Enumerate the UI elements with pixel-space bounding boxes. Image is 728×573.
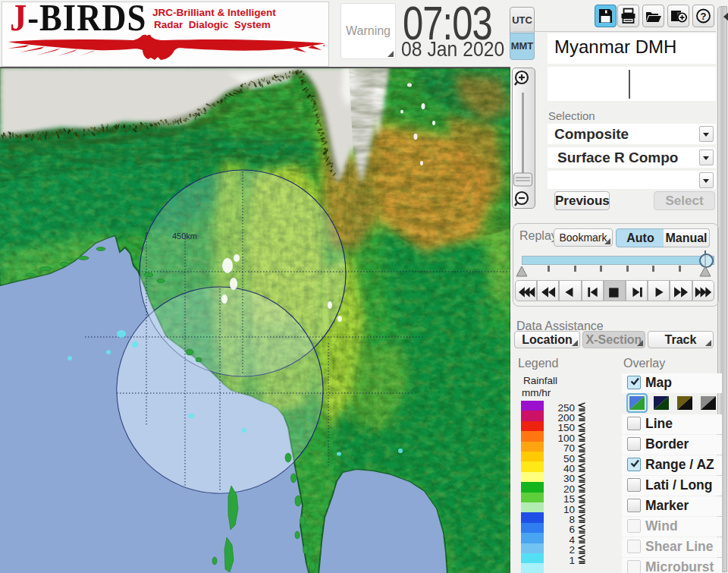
svg-text:450km: 450km bbox=[172, 231, 197, 241]
svg-text:?: ? bbox=[701, 11, 707, 22]
